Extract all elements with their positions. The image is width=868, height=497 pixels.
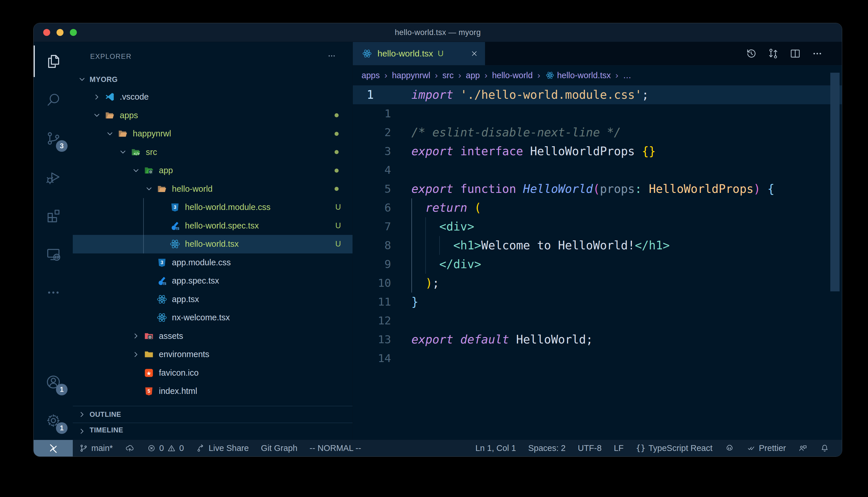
breadcrumb-item-happynrwl[interactable]: happynrwl: [392, 71, 430, 80]
status-notifications[interactable]: [814, 440, 836, 456]
breadcrumb-label: happynrwl: [392, 71, 430, 80]
activity-run-debug[interactable]: [33, 158, 73, 196]
status-cursor-position[interactable]: Ln 1, Col 1: [469, 440, 522, 456]
code-line[interactable]: 12: [353, 311, 842, 330]
status-language-mode[interactable]: {}TypeScript React: [630, 440, 719, 456]
code-line[interactable]: 8 <h1>Welcome to HelloWorld!</h1>: [353, 236, 842, 255]
tree-folder-hello-world[interactable]: hello-world: [73, 180, 353, 198]
code-line[interactable]: 4: [353, 161, 842, 180]
status-problems[interactable]: 00: [141, 440, 190, 456]
tree-folder-happynrwl[interactable]: happynrwl: [73, 125, 353, 143]
tree-file-favicon.ico[interactable]: ★favicon.ico: [73, 364, 353, 382]
code-editor[interactable]: 1import './hello-world.module.css';12/* …: [353, 85, 842, 440]
tree-indent-guide: [143, 198, 144, 253]
status-encoding[interactable]: UTF-8: [572, 440, 608, 456]
tree-folder-.vscode[interactable]: .vscode: [73, 88, 353, 106]
tree-file-hello-world.tsx[interactable]: hello-world.tsxU: [73, 235, 353, 253]
code-line[interactable]: 6 return (: [353, 198, 842, 217]
tree-folder-environments[interactable]: environments: [73, 345, 353, 364]
views-and-more-actions-icon[interactable]: [327, 51, 336, 62]
status-prettier[interactable]: Prettier: [741, 440, 792, 456]
status-eol[interactable]: LF: [608, 440, 630, 456]
sidebar-header: EXPLORER: [73, 42, 353, 71]
close-button[interactable]: [43, 29, 50, 36]
extensions-icon: [45, 207, 62, 224]
activity-search[interactable]: [33, 81, 73, 119]
chevron-down-icon: [129, 165, 142, 176]
tree-file-hello-world.module.css[interactable]: 3hello-world.module.cssU: [73, 198, 353, 217]
status-git-graph[interactable]: Git Graph: [255, 440, 304, 456]
code-line[interactable]: 14: [353, 349, 842, 368]
html-icon: 5: [142, 385, 155, 398]
svg-text:3: 3: [161, 260, 163, 265]
status-indentation[interactable]: Spaces: 2: [522, 440, 572, 456]
breadcrumb-item-hello-world[interactable]: hello-world: [492, 71, 533, 80]
more-actions-button[interactable]: [811, 47, 823, 60]
code-line[interactable]: 5export function HelloWorld(props: Hello…: [353, 180, 842, 198]
code-line[interactable]: 7 <div>: [353, 217, 842, 236]
minimize-button[interactable]: [56, 29, 64, 36]
panel-outline[interactable]: OUTLINE: [73, 406, 353, 423]
gutter: 11: [353, 293, 411, 311]
tree-item-label: nx-welcome.tsx: [172, 313, 230, 322]
title-bar[interactable]: hello-world.tsx — myorg: [33, 23, 842, 42]
code-line[interactable]: 10 );: [353, 274, 842, 293]
status-sync-changes[interactable]: [119, 440, 141, 456]
tab-hello-world-tsx[interactable]: hello-world.tsx U: [353, 42, 485, 65]
code-line[interactable]: 3export interface HelloWorldProps {}: [353, 142, 842, 161]
tree-file-app.spec.tsx[interactable]: TSapp.spec.tsx: [73, 272, 353, 290]
folder-open-icon: [116, 127, 129, 140]
explorer-sidebar: EXPLORER MYORG .vscodeappshappynrwl</>sr…: [73, 42, 353, 440]
code-text: import './hello-world.module.css';: [411, 85, 649, 104]
sidebar-title: EXPLORER: [90, 53, 132, 60]
status-live-share[interactable]: Live Share: [190, 440, 255, 456]
breadcrumb-item-apps[interactable]: apps: [361, 71, 380, 80]
activity-more-views[interactable]: [33, 273, 73, 312]
activity-remote-explorer[interactable]: [33, 235, 73, 273]
breadcrumb-item-app[interactable]: app: [466, 71, 480, 80]
zoom-button[interactable]: [70, 29, 77, 36]
tree-file-app.module.css[interactable]: 3app.module.css: [73, 253, 353, 272]
activity-settings[interactable]: 1: [33, 401, 73, 440]
breadcrumb-item-src[interactable]: src: [442, 71, 454, 80]
status-copilot[interactable]: [719, 440, 741, 456]
editor-scrollbar[interactable]: [830, 73, 840, 292]
status-vim-mode[interactable]: -- NORMAL --: [304, 440, 367, 456]
breadcrumb-item-hello-world.tsx[interactable]: hello-world.tsx: [545, 69, 610, 82]
status-feedback[interactable]: [792, 440, 814, 456]
tree-file-index.html[interactable]: 5index.html: [73, 382, 353, 400]
tree-file-nx-welcome.tsx[interactable]: nx-welcome.tsx: [73, 309, 353, 327]
code-line[interactable]: 1: [353, 104, 842, 123]
activity-explorer[interactable]: [33, 42, 73, 81]
code-line[interactable]: 11}: [353, 293, 842, 311]
workspace-root-row[interactable]: MYORG: [73, 71, 353, 88]
close-icon[interactable]: [470, 49, 479, 58]
code-line[interactable]: 9 </div>: [353, 255, 842, 274]
activity-accounts[interactable]: 1: [33, 363, 73, 401]
gutter: 7: [353, 217, 411, 236]
code-line[interactable]: 1import './hello-world.module.css';: [353, 85, 842, 104]
open-timeline-button[interactable]: [745, 47, 757, 60]
tree-folder-assets[interactable]: ⚙assets: [73, 327, 353, 345]
line-number-current: 1: [367, 85, 374, 104]
activity-source-control[interactable]: 3: [33, 119, 73, 158]
activity-extensions[interactable]: [33, 196, 73, 235]
git-modified-dot: [334, 169, 339, 173]
tree-folder-src[interactable]: </>src: [73, 143, 353, 161]
badge: 1: [56, 422, 68, 434]
tree-file-hello-world.spec.tsx[interactable]: TShello-world.spec.tsxU: [73, 217, 353, 235]
chevron-right-icon: [129, 349, 142, 360]
chevron-down-icon: [116, 147, 129, 157]
code-line[interactable]: 13export default HelloWorld;: [353, 330, 842, 349]
split-editor-button[interactable]: [789, 47, 801, 60]
tree-folder-apps[interactable]: apps: [73, 106, 353, 125]
status-git-branch[interactable]: main*: [73, 440, 119, 456]
react-icon: [155, 311, 168, 324]
remote-indicator[interactable]: [33, 440, 73, 456]
tree-folder-app[interactable]: ⚙app: [73, 161, 353, 180]
open-changes-button[interactable]: [767, 47, 779, 60]
code-line[interactable]: 2/* eslint-disable-next-line */: [353, 123, 842, 142]
tree-file-app.tsx[interactable]: app.tsx: [73, 290, 353, 309]
panel-timeline[interactable]: TIMELINE: [73, 423, 353, 440]
breadcrumb-item-[interactable]: …: [623, 71, 631, 80]
